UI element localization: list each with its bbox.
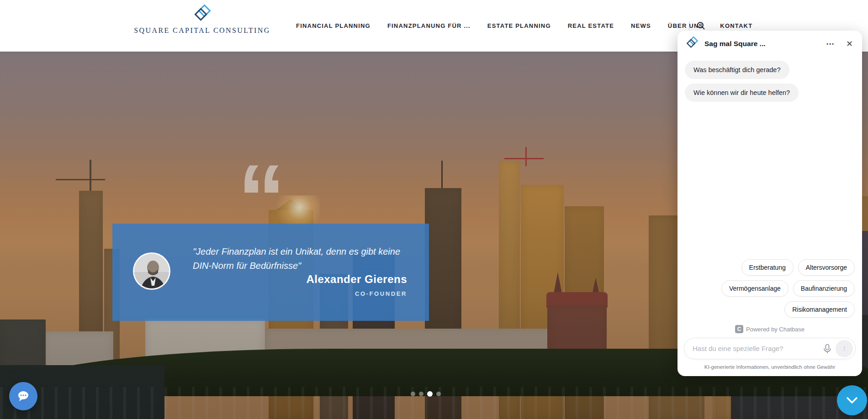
chat-header: Sag mal Square ... ••• ✕ xyxy=(677,31,862,55)
search-icon xyxy=(697,21,705,30)
brand-logo[interactable]: SQUARE CAPITAL CONSULTING xyxy=(151,5,254,35)
carousel-dot-4[interactable] xyxy=(436,392,441,396)
brand-name: SQUARE CAPITAL CONSULTING xyxy=(134,26,270,35)
quick-reply-chip[interactable]: Vermögensanlage xyxy=(721,280,789,297)
send-button[interactable]: ↑ xyxy=(836,340,853,357)
chatbase-logo-icon: C xyxy=(735,325,743,333)
nav-item[interactable]: ESTATE PLANNING xyxy=(487,22,551,29)
quick-reply-chips: ErstberatungAltersvorsorgeVermögensanlag… xyxy=(709,259,855,318)
chat-bubble-icon xyxy=(16,389,30,403)
powered-by-text: Powered by Chatbase xyxy=(746,326,804,333)
quick-reply-chip[interactable]: Baufinanzierung xyxy=(793,280,855,297)
scroll-down-button[interactable] xyxy=(837,385,867,415)
quick-reply-chip[interactable]: Risikomanagement xyxy=(784,301,855,318)
chat-menu-button[interactable]: ••• xyxy=(824,39,837,48)
brand-logo-icon xyxy=(192,5,213,26)
quote-author-role: CO-FOUNDER xyxy=(355,290,407,297)
microphone-button[interactable] xyxy=(819,344,836,354)
bot-message-bubble: Was beschäftigt dich gerade? xyxy=(685,61,789,79)
nav-divider xyxy=(689,21,689,31)
decorative-quote-icon: “ xyxy=(238,151,282,246)
page: “ "Jeder Finanzplan ist ein Unikat, denn… xyxy=(0,0,868,419)
nav-item[interactable]: KONTAKT xyxy=(720,22,752,29)
bot-message-bubble: Wie können wir dir heute helfen? xyxy=(685,84,799,102)
quote-author: Alexander Gierens xyxy=(306,273,407,286)
quote-text: "Jeder Finanzplan ist ein Unikat, denn e… xyxy=(193,245,408,273)
powered-by[interactable]: C Powered by Chatbase xyxy=(677,322,862,338)
carousel-dot-2[interactable] xyxy=(419,392,423,396)
chat-brand-icon xyxy=(685,37,699,51)
chat-close-button[interactable]: ✕ xyxy=(842,38,855,50)
chat-widget-panel: Sag mal Square ... ••• ✕ Was beschäftigt… xyxy=(677,31,862,376)
chat-input[interactable] xyxy=(693,345,819,352)
chat-message-area: Was beschäftigt dich gerade?Wie können w… xyxy=(677,55,862,322)
quick-reply-chip[interactable]: Altersvorsorge xyxy=(798,259,855,276)
nav-item[interactable]: FINANZPLANUNG FÜR ... xyxy=(387,22,471,29)
chat-title: Sag mal Square ... xyxy=(704,40,819,48)
chevron-down-icon xyxy=(846,397,858,404)
chat-messages: Was beschäftigt dich gerade?Wie können w… xyxy=(685,61,855,106)
quick-reply-chip[interactable]: Erstberatung xyxy=(741,259,794,276)
carousel-dots xyxy=(0,392,860,397)
search-button[interactable] xyxy=(697,21,705,30)
chat-disclaimer: KI-generierte Informationen, unverbindli… xyxy=(677,359,862,376)
chat-input-row: ↑ xyxy=(684,338,856,359)
microphone-icon xyxy=(823,344,832,354)
nav-item[interactable]: FINANCIAL PLANNING xyxy=(296,22,370,29)
carousel-dot-1[interactable] xyxy=(411,392,415,396)
carousel-dot-3[interactable] xyxy=(427,391,433,397)
chat-launcher-button[interactable] xyxy=(9,382,37,410)
avatar xyxy=(133,252,170,290)
nav-item[interactable]: NEWS xyxy=(631,22,651,29)
nav-item[interactable]: REAL ESTATE xyxy=(568,22,614,29)
